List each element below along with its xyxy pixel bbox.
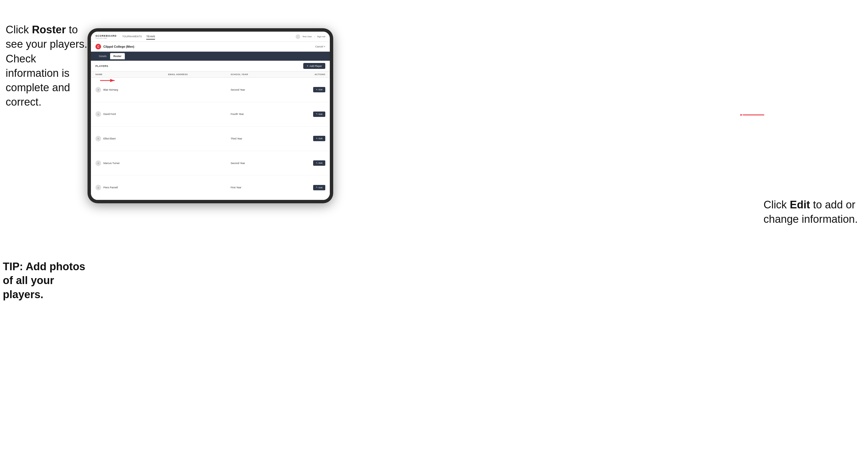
team-icon-letter: C	[97, 45, 99, 48]
edit-button[interactable]: ✎ Edit	[313, 160, 325, 166]
edit-button[interactable]: ✎ Edit	[313, 112, 325, 117]
add-player-button[interactable]: + Add Player	[303, 63, 325, 69]
players-table: NAME EMAIL ADDRESS SCHOOL YEAR ACTIONS ●…	[91, 71, 330, 200]
pencil-icon: ✎	[316, 162, 318, 164]
edit-arrow	[740, 112, 766, 118]
player-name-cell: ● Piers Parnell	[91, 175, 163, 200]
edit-button[interactable]: ✎ Edit	[313, 136, 325, 141]
team-header: C Clippd College (Men) Cancel ×	[91, 42, 330, 52]
player-school-year: Second Year	[226, 77, 284, 102]
team-icon: C	[95, 44, 101, 50]
brand-name: SCOREBOARD	[95, 34, 117, 37]
tabs-row: Details Roster	[91, 52, 330, 61]
player-name: Marcus Turner	[103, 162, 120, 165]
player-school-year: Third Year	[226, 126, 284, 151]
table-row: ● David Ford Fourth Year ✎ Edit	[91, 102, 330, 126]
brand-logo: SCOREBOARD Powered by clippd	[95, 34, 117, 39]
player-email	[163, 175, 226, 200]
edit-label: Edit	[318, 113, 322, 116]
table-row: ● Piers Parnell First Year ✎ Edit	[91, 175, 330, 200]
tab-details[interactable]: Details	[95, 53, 110, 59]
avatar-icon: ●	[97, 88, 99, 91]
player-name: Elliot Ebert	[103, 137, 116, 140]
col-school-year: SCHOOL YEAR	[226, 71, 284, 77]
edit-label: Edit	[318, 162, 322, 164]
tab-roster[interactable]: Roster	[110, 53, 125, 59]
edit-label: Edit	[318, 137, 322, 140]
table-header-row: NAME EMAIL ADDRESS SCHOOL YEAR ACTIONS	[91, 71, 330, 77]
player-actions: ✎ Edit	[284, 126, 330, 151]
user-label: Test User	[302, 35, 312, 38]
separator: |	[314, 35, 315, 38]
edit-label: Edit	[318, 88, 322, 91]
roster-arrow	[98, 77, 118, 84]
player-avatar: ●	[95, 160, 101, 166]
player-avatar: ●	[95, 136, 101, 142]
col-actions: ACTIONS	[284, 71, 330, 77]
player-name: David Ford	[103, 113, 116, 116]
avatar-icon: ●	[97, 113, 99, 116]
header-right: Test User | Sign out	[296, 34, 325, 39]
player-actions: ✎ Edit	[284, 102, 330, 126]
app-header: SCOREBOARD Powered by clippd TOURNAMENTS…	[91, 32, 330, 42]
player-email	[163, 102, 226, 126]
avatar-icon: ●	[97, 186, 99, 189]
team-name: Clippd College (Men)	[103, 45, 315, 48]
edit-button[interactable]: ✎ Edit	[313, 185, 325, 190]
player-actions: ✎ Edit	[284, 175, 330, 200]
players-section: PLAYERS + Add Player NAME EMAIL ADDRESS …	[91, 61, 330, 200]
player-name: Blair McHarg	[103, 88, 118, 91]
add-player-label: Add Player	[309, 65, 322, 67]
player-name-cell: ● Elliot Ebert	[91, 126, 163, 151]
edit-button[interactable]: ✎ Edit	[313, 87, 325, 92]
player-email	[163, 77, 226, 102]
sign-out-link[interactable]: Sign out	[317, 35, 325, 38]
player-avatar: ●	[95, 111, 101, 117]
player-school-year: Second Year	[226, 151, 284, 175]
col-name: NAME	[91, 71, 163, 77]
player-name-cell: ● Marcus Turner	[91, 151, 163, 175]
tip-text: TIP: Add photos of all your players.	[3, 260, 90, 302]
tablet-frame: SCOREBOARD Powered by clippd TOURNAMENTS…	[88, 28, 333, 203]
player-actions: ✎ Edit	[284, 77, 330, 102]
col-email: EMAIL ADDRESS	[163, 71, 226, 77]
avatar-icon: ●	[97, 137, 99, 140]
right-instructions: Click Edit to add or change information.	[764, 198, 862, 227]
player-email	[163, 151, 226, 175]
player-actions: ✎ Edit	[284, 151, 330, 175]
user-avatar-icon	[296, 34, 300, 39]
pencil-icon: ✎	[316, 186, 318, 189]
players-header: PLAYERS + Add Player	[91, 61, 330, 71]
left-instructions: Click Roster to see your players. Check …	[6, 23, 88, 110]
pencil-icon: ✎	[316, 113, 318, 115]
plus-icon: +	[307, 64, 308, 67]
edit-label: Edit	[318, 186, 322, 189]
tablet-screen: SCOREBOARD Powered by clippd TOURNAMENTS…	[91, 32, 330, 200]
pencil-icon: ✎	[316, 137, 318, 140]
player-avatar: ●	[95, 185, 101, 190]
cancel-button[interactable]: Cancel ×	[315, 45, 325, 48]
player-email	[163, 126, 226, 151]
table-row: ● Elliot Ebert Third Year ✎ Edit	[91, 126, 330, 151]
nav-tournaments[interactable]: TOURNAMENTS	[122, 34, 142, 39]
player-school-year: First Year	[226, 175, 284, 200]
player-school-year: Fourth Year	[226, 102, 284, 126]
table-row: ● Blair McHarg Second Year ✎ Edit	[91, 77, 330, 102]
players-title: PLAYERS	[95, 65, 303, 67]
avatar-icon: ●	[97, 161, 99, 165]
table-row: ● Marcus Turner Second Year ✎ Edit	[91, 151, 330, 175]
player-avatar: ●	[95, 87, 101, 93]
nav-teams[interactable]: TEAMS	[146, 34, 155, 39]
brand-sub: Powered by clippd	[95, 37, 117, 39]
player-name: Piers Parnell	[103, 186, 118, 189]
player-name-cell: ● David Ford	[91, 102, 163, 126]
nav-items: TOURNAMENTS TEAMS	[122, 34, 296, 39]
pencil-icon: ✎	[316, 89, 318, 91]
